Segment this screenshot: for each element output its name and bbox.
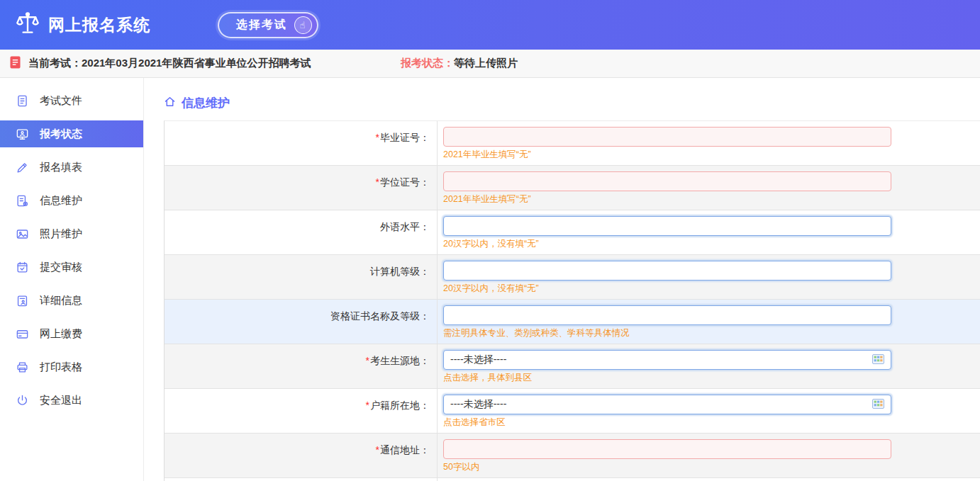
sidebar-item-label: 详细信息 [40,294,82,307]
grid-picker-icon [872,399,884,411]
required-asterisk: * [366,355,369,366]
qualification-cert-input[interactable] [443,305,891,325]
exam-status-bar: 当前考试：2021年03月2021年陕西省事业单位公开招聘考试 报考状态：等待上… [0,50,980,78]
field-label: *通信地址： [165,434,438,477]
apply-status: 报考状态：等待上传照片 [401,57,518,70]
document-red-icon [10,56,21,71]
sidebar-item-exam-files[interactable]: 考试文件 [0,87,143,114]
home-icon [164,96,176,111]
page-title: 信息维护 [164,95,980,111]
current-exam: 当前考试：2021年03月2021年陕西省事业单位公开招聘考试 [10,56,311,71]
page-title-text: 信息维护 [182,95,230,111]
field-label: *毕业证号： [165,121,438,165]
sidebar-item-application-status[interactable]: 报考状态 [0,120,143,147]
field-label: *户籍所在地： [165,389,438,433]
field-hint: 点击选择省市区 [443,417,980,429]
sidebar: 考试文件报考状态报名填表信息维护照片维护提交审核详细信息网上缴费打印表格安全退出 [0,78,144,481]
document-icon [16,94,30,108]
foreign-language-input[interactable] [443,216,891,236]
grid-picker-icon [872,354,884,366]
sidebar-item-detail-info[interactable]: 详细信息 [0,287,143,314]
form-row-foreign-language: 外语水平：20汉字以内，没有填“无” [165,210,980,255]
document-gear-icon [16,193,30,208]
form-row-degree-cert-no: *学位证号：2021年毕业生填写“无” [165,166,980,210]
credit-card-icon [16,327,30,341]
app-title: 网上报名系统 [48,14,150,36]
field-hint: 需注明具体专业、类别或种类、学科等具体情况 [443,327,980,339]
sidebar-item-fill-form[interactable]: 报名填表 [0,154,143,181]
degree-cert-no-input[interactable] [443,171,891,191]
field-label: *考生生源地： [165,344,438,388]
pencil-icon [16,160,30,174]
field-label: *邮政编码： [165,478,438,481]
sidebar-item-photo-maintenance[interactable]: 照片维护 [0,220,143,247]
select-value: ----未选择---- [450,398,506,411]
choose-exam-button[interactable]: 选择考试 ☝ [218,12,318,38]
form-row-household-region: *户籍所在地：----未选择---- 点击选择省市区 [165,389,980,434]
photo-icon [16,227,30,241]
form-row-mailing-address: *通信地址：50字以内 [165,434,980,478]
field-label: 计算机等级： [165,255,438,299]
mailing-address-input[interactable] [443,439,891,459]
form-row-postal-code: *邮政编码： [165,478,980,481]
balance-scale-icon [14,10,41,40]
required-asterisk: * [376,132,379,143]
field-hint: 2021年毕业生填写“无” [443,193,980,205]
form-row-qualification-cert: 资格证书名称及等级：需注明具体专业、类别或种类、学科等具体情况 [165,300,980,344]
sidebar-item-label: 考试文件 [40,94,82,108]
sidebar-item-label: 报名填表 [40,161,82,174]
required-asterisk: * [366,400,369,411]
sidebar-item-online-payment[interactable]: 网上缴费 [0,320,143,347]
sidebar-item-logout[interactable]: 安全退出 [0,387,143,414]
household-region-select[interactable]: ----未选择---- [443,395,891,414]
field-hint: 2021年毕业生填写“无” [443,149,980,161]
form-row-computer-level: 计算机等级：20汉字以内，没有填“无” [165,255,980,300]
info-form: *毕业证号：2021年毕业生填写“无”*学位证号：2021年毕业生填写“无”外语… [164,120,980,481]
printer-icon [16,360,30,374]
apply-status-value: 等待上传照片 [454,57,518,69]
graduation-cert-no-input[interactable] [443,127,891,147]
field-hint: 点击选择，具体到县区 [443,372,980,384]
sidebar-item-print-form[interactable]: 打印表格 [0,353,143,380]
select-value: ----未选择---- [450,353,506,366]
field-hint: 20汉字以内，没有填“无” [443,238,980,250]
app-header: 网上报名系统 选择考试 ☝ [0,0,980,50]
computer-level-input[interactable] [443,261,891,281]
hand-pointer-icon: ☝ [294,16,312,34]
sidebar-item-label: 安全退出 [40,394,82,407]
sidebar-item-label: 打印表格 [40,361,82,374]
required-asterisk: * [376,176,379,188]
sidebar-item-label: 信息维护 [40,194,82,208]
field-hint: 20汉字以内，没有填“无” [443,283,980,295]
sidebar-item-label: 报考状态 [40,128,82,141]
monitor-user-icon [16,127,30,141]
app-logo: 网上报名系统 [14,10,150,40]
form-row-origin-region: *考生生源地：----未选择---- 点击选择，具体到县区 [165,344,980,389]
required-asterisk: * [376,444,379,455]
sidebar-item-label: 提交审核 [40,261,82,274]
sidebar-list: 考试文件报考状态报名填表信息维护照片维护提交审核详细信息网上缴费打印表格安全退出 [0,87,143,414]
choose-exam-label: 选择考试 [236,18,287,33]
main-content: 信息维护 *毕业证号：2021年毕业生填写“无”*学位证号：2021年毕业生填写… [144,78,980,481]
field-label: 外语水平： [165,210,438,254]
field-label: 资格证书名称及等级： [165,300,438,344]
calendar-check-icon [16,260,30,274]
current-exam-text: 当前考试：2021年03月2021年陕西省事业单位公开招聘考试 [28,57,311,70]
sidebar-item-label: 照片维护 [40,227,82,241]
sidebar-item-label: 网上缴费 [40,327,82,341]
field-label: *学位证号： [165,166,438,210]
power-icon [16,393,30,407]
field-hint: 50字以内 [443,461,980,473]
sidebar-item-info-maintenance[interactable]: 信息维护 [0,187,143,214]
id-card-icon [16,293,30,307]
form-row-graduation-cert-no: *毕业证号：2021年毕业生填写“无” [165,121,980,166]
sidebar-item-submit-review[interactable]: 提交审核 [0,254,143,281]
origin-region-select[interactable]: ----未选择---- [443,350,891,370]
apply-status-label: 报考状态： [401,57,454,69]
